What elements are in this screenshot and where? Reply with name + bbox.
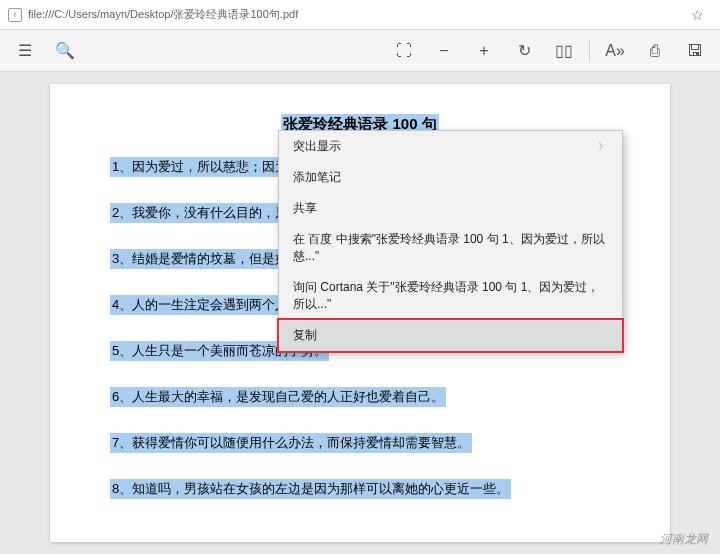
- watermark-text: 河南龙网: [660, 531, 708, 548]
- menu-label: 共享: [293, 200, 317, 217]
- address-bar: i file:///C:/Users/mayn/Desktop/张爱玲经典语录1…: [0, 0, 720, 30]
- menu-search-baidu[interactable]: 在 百度 中搜索"张爱玲经典语录 100 句 1、因为爱过，所以慈...": [279, 224, 622, 272]
- text-line: 4、人的一生注定会遇到两个人: [110, 295, 290, 315]
- zoom-in-icon[interactable]: +: [465, 32, 503, 70]
- menu-add-note[interactable]: 添加笔记: [279, 162, 622, 193]
- text-line: 8、知道吗，男孩站在女孩的左边是因为那样可以离她的心更近一些。: [110, 479, 511, 499]
- print-icon[interactable]: ⎙: [636, 32, 674, 70]
- menu-label: 添加笔记: [293, 169, 341, 186]
- menu-label: 在 百度 中搜索"张爱玲经典语录 100 句 1、因为爱过，所以慈...": [293, 231, 608, 265]
- rotate-icon[interactable]: ↻: [505, 32, 543, 70]
- context-menu: 突出显示 〉 添加笔记 共享 在 百度 中搜索"张爱玲经典语录 100 句 1、…: [278, 130, 623, 352]
- pdf-toolbar: ☰ 🔍 ⛶ − + ↻ ▯▯ A» ⎙ 🖫: [0, 30, 720, 72]
- menu-ask-cortana[interactable]: 询问 Cortana 关于"张爱玲经典语录 100 句 1、因为爱过，所以...…: [279, 272, 622, 320]
- zoom-out-icon[interactable]: −: [425, 32, 463, 70]
- menu-share[interactable]: 共享: [279, 193, 622, 224]
- menu-label: 复制: [293, 327, 317, 344]
- menu-label: 询问 Cortana 关于"张爱玲经典语录 100 句 1、因为爱过，所以...…: [293, 279, 608, 313]
- save-icon[interactable]: 🖫: [676, 32, 714, 70]
- text-line: 7、获得爱情你可以随便用什么办法，而保持爱情却需要智慧。: [110, 433, 472, 453]
- toolbar-divider: [589, 40, 590, 62]
- fit-page-icon[interactable]: ⛶: [385, 32, 423, 70]
- search-icon[interactable]: 🔍: [46, 32, 84, 70]
- text-line: 6、人生最大的幸福，是发现自己爱的人正好也爱着自己。: [110, 387, 446, 407]
- menu-label: 突出显示: [293, 138, 341, 155]
- menu-copy[interactable]: 复制: [277, 318, 624, 353]
- read-aloud-icon[interactable]: A»: [596, 32, 634, 70]
- layout-icon[interactable]: ▯▯: [545, 32, 583, 70]
- contents-icon[interactable]: ☰: [6, 32, 44, 70]
- favorite-star-icon[interactable]: ☆: [683, 7, 712, 23]
- info-icon[interactable]: i: [8, 8, 22, 22]
- url-text[interactable]: file:///C:/Users/mayn/Desktop/张爱玲经典语录100…: [28, 7, 683, 22]
- chevron-right-icon: 〉: [598, 140, 608, 154]
- menu-highlight[interactable]: 突出显示 〉: [279, 131, 622, 162]
